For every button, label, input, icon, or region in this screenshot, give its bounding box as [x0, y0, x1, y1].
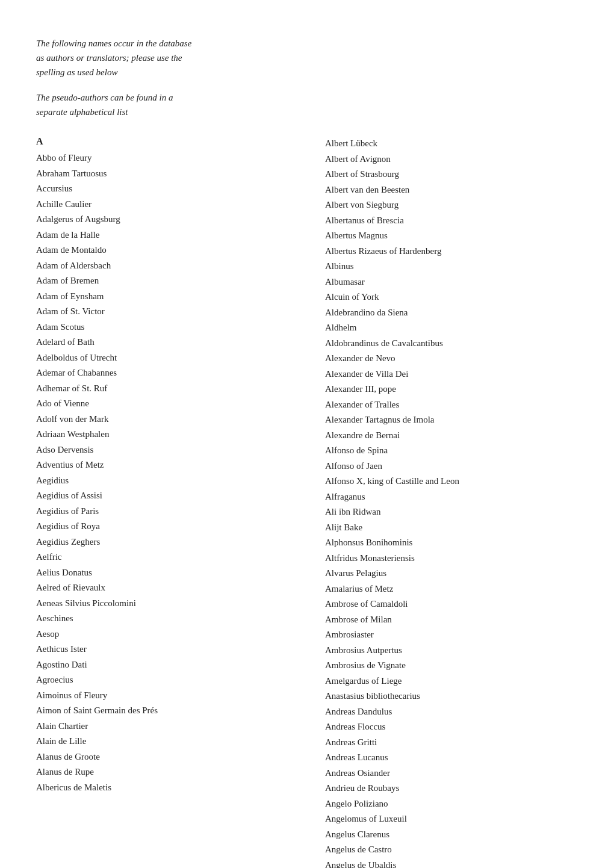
left-column: A Abbo of FleuryAbraham TartuosusAccursi…	[36, 136, 325, 795]
list-item: Andreas Gritti	[325, 735, 578, 751]
list-item: Adam de Montaldo	[36, 243, 325, 258]
list-item: Alanus de Groote	[36, 749, 325, 765]
section-letter-a: A	[36, 136, 325, 147]
list-item: Ambrosiaster	[325, 627, 578, 643]
list-item: Andreas Floccus	[325, 719, 578, 735]
list-item: Alphonsus Bonihominis	[325, 535, 578, 551]
list-item: Adam of Aldersbach	[36, 258, 325, 274]
list-item: Abbo of Fleury	[36, 150, 325, 166]
list-item: Angelus de Ubaldis	[325, 858, 578, 869]
list-item: Ambrose of Camaldoli	[325, 597, 578, 612]
list-item: Adam of Bremen	[36, 273, 325, 289]
intro-text: The following names occur in the databas…	[36, 36, 289, 79]
list-item: Adhemar of St. Ruf	[36, 381, 325, 397]
list-item: Adam of Eynsham	[36, 289, 325, 305]
list-item: Alijt Bake	[325, 520, 578, 536]
list-item: Albert van den Beesten	[325, 182, 578, 198]
list-item: Alexander III, pope	[325, 382, 578, 397]
list-item: Aesop	[36, 627, 325, 642]
list-item: Ado of Vienne	[36, 396, 325, 412]
right-column: Albert LübeckAlbert of AvignonAlbert of …	[325, 136, 578, 868]
list-item: Aegidius of Roya	[36, 519, 325, 535]
list-item: Anastasius bibliothecarius	[325, 689, 578, 704]
left-name-list: Abbo of FleuryAbraham TartuosusAccursius…	[36, 150, 325, 795]
list-item: Aethicus Ister	[36, 642, 325, 657]
list-item: Agostino Dati	[36, 657, 325, 673]
list-item: Alain Chartier	[36, 719, 325, 734]
list-item: Adalgerus of Augsburg	[36, 212, 325, 228]
list-item: Andreas Dandulus	[325, 704, 578, 720]
list-item: Adam of St. Victor	[36, 304, 325, 320]
list-item: Achille Caulier	[36, 197, 325, 212]
list-item: Angelus de Castro	[325, 842, 578, 858]
list-item: Adelard of Bath	[36, 335, 325, 350]
list-item: Aegidius of Assisi	[36, 488, 325, 504]
list-item: Accursius	[36, 181, 325, 197]
list-item: Aldhelm	[325, 320, 578, 336]
list-item: Aldebrandino da Siena	[325, 305, 578, 321]
list-item: Angelus Clarenus	[325, 827, 578, 843]
list-item: Andrieu de Roubays	[325, 781, 578, 796]
right-name-list: Albert LübeckAlbert of AvignonAlbert of …	[325, 136, 578, 868]
list-item: Adam Scotus	[36, 320, 325, 335]
list-item: Alexandre de Bernai	[325, 428, 578, 444]
list-item: Aegidius of Paris	[36, 504, 325, 519]
list-item: Alvarus Pelagius	[325, 566, 578, 581]
list-item: Alfraganus	[325, 489, 578, 505]
list-item: Adolf von der Mark	[36, 412, 325, 427]
list-item: Alcuin of York	[325, 290, 578, 305]
list-item: Ambrose of Milan	[325, 612, 578, 628]
list-item: Aeschines	[36, 611, 325, 627]
list-item: Andreas Osiander	[325, 766, 578, 781]
list-item: Albertanus of Brescia	[325, 213, 578, 229]
list-item: Angelo Poliziano	[325, 796, 578, 812]
list-item: Adventius of Metz	[36, 457, 325, 473]
pseudo-text: The pseudo-authors can be found in a sep…	[36, 90, 289, 119]
pseudo-line2: separate alphabetical list	[36, 107, 128, 117]
list-item: Aimon of Saint Germain des Prés	[36, 703, 325, 719]
list-item: Amalarius of Metz	[325, 581, 578, 597]
list-item: Ali ibn Ridwan	[325, 504, 578, 520]
list-item: Amelgardus of Liege	[325, 674, 578, 689]
list-item: Alfonso of Jaen	[325, 459, 578, 474]
list-item: Albert Lübeck	[325, 136, 578, 152]
list-item: Aegidius	[36, 473, 325, 489]
list-item: Aldobrandinus de Cavalcantibus	[325, 336, 578, 352]
list-item: Abraham Tartuosus	[36, 166, 325, 182]
list-item: Albinus	[325, 259, 578, 274]
list-item: Angelomus of Luxeuil	[325, 811, 578, 827]
list-item: Albert of Strasbourg	[325, 167, 578, 182]
list-item: Altfridus Monasteriensis	[325, 551, 578, 566]
main-content: A Abbo of FleuryAbraham TartuosusAccursi…	[36, 136, 578, 868]
list-item: Alexander de Nevo	[325, 351, 578, 367]
list-item: Andreas Lucanus	[325, 750, 578, 766]
list-item: Alexander de Villa Dei	[325, 367, 578, 382]
intro-line3: spelling as used below	[36, 67, 117, 77]
list-item: Alexander Tartagnus de Imola	[325, 412, 578, 428]
list-item: Alexander of Tralles	[325, 397, 578, 413]
list-item: Albericus de Maletis	[36, 780, 325, 796]
list-item: Aelius Donatus	[36, 565, 325, 581]
list-item: Aimoinus of Fleury	[36, 688, 325, 704]
list-item: Ambrosius Autpertus	[325, 643, 578, 659]
pseudo-line1: The pseudo-authors can be found in a	[36, 93, 173, 102]
list-item: Aeneas Silvius Piccolomini	[36, 596, 325, 612]
list-item: Albumasar	[325, 274, 578, 290]
list-item: Ambrosius de Vignate	[325, 658, 578, 674]
list-item: Alfonso de Spina	[325, 443, 578, 459]
list-item: Adso Dervensis	[36, 442, 325, 458]
list-item: Aelred of Rievaulx	[36, 580, 325, 596]
list-item: Albertus Rizaeus of Hardenberg	[325, 244, 578, 259]
list-item: Albertus Magnus	[325, 228, 578, 244]
list-item: Albert von Siegburg	[325, 197, 578, 213]
list-item: Albert of Avignon	[325, 152, 578, 167]
list-item: Agroecius	[36, 672, 325, 688]
list-item: Aegidius Zeghers	[36, 535, 325, 550]
list-item: Alain de Lille	[36, 734, 325, 749]
list-item: Aelfric	[36, 550, 325, 565]
list-item: Adelboldus of Utrecht	[36, 350, 325, 366]
list-item: Ademar of Chabannes	[36, 365, 325, 381]
list-item: Alanus de Rupe	[36, 764, 325, 780]
intro-line1: The following names occur in the databas…	[36, 39, 191, 48]
list-item: Alfonso X, king of Castille and Leon	[325, 474, 578, 489]
